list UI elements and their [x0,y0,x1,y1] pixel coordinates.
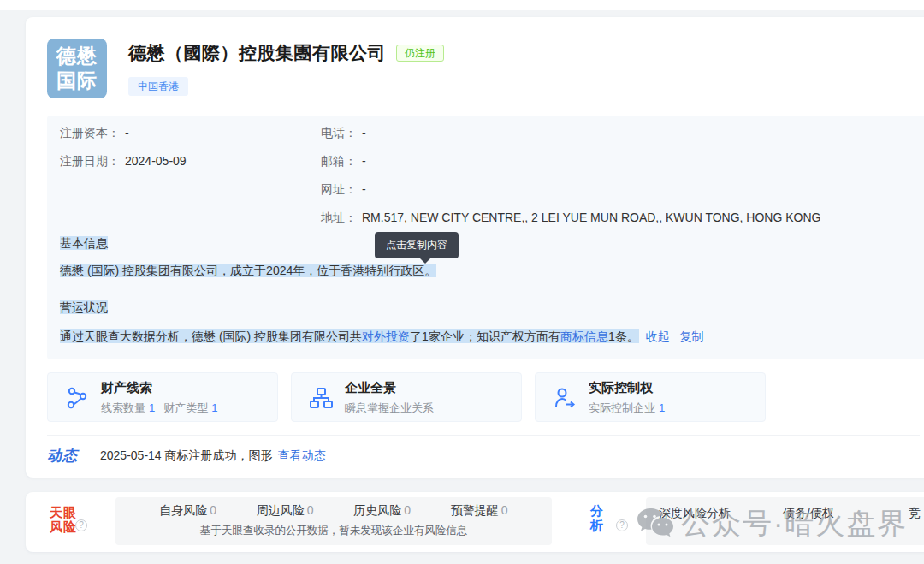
risk-item-label: 历史风险 [353,503,401,517]
field-address: 地址：RM.517, NEW CITY CENTRE,, 2 LEI YUE M… [321,211,821,226]
company-name: 德懋（國際）控股集團有限公司 [128,41,386,65]
analysis-brand-line2: 析 [590,518,603,532]
region-tag[interactable]: 中国香港 [128,77,188,96]
risk-item-label: 周边风险 [257,503,305,517]
risk-item-label: 预警提醒 [451,503,499,517]
tianyan-risk-brand-line1: 天眼 [50,505,77,519]
clue-count-value: 1 [149,401,155,414]
field-label: 网址： [321,182,357,196]
controller-person-icon [553,386,577,410]
risk-item-label: 自身风险 [159,503,207,517]
basic-info-text-selected: 德懋 (国际) 控股集团有限公司，成立于2024年，位于香港特别行政区。 [60,264,436,277]
field-phone: 电话：- [321,126,366,141]
risk-note: 基于天眼查收录的公开数据，暂未发现该企业有风险信息 [116,524,552,538]
clue-icon [65,386,89,410]
title-row: 德懋（國際）控股集團有限公司 仍注册 [128,41,444,65]
company-info-panel: 注册资本：- 注册日期：2024-05-09 电话：- 邮箱：- 网址：- 地址… [47,116,924,359]
company-profile-card: 德懋 国际 德懋（國際）控股集團有限公司 仍注册 中国香港 注册资本：- 注册日… [26,17,924,478]
field-value: - [362,126,366,140]
tianyan-risk-brand-line2: 风险 [50,519,77,534]
risk-item-count: 0 [210,503,216,517]
dynamics-text: 2025-05-14 商标注册成功，图形 [100,448,273,464]
field-label: 邮箱： [321,154,357,168]
operation-title-text: 营运状况 [60,300,108,314]
analysis-help-icon[interactable]: ? [616,519,628,531]
feature-card-title: 财产线索 [101,380,226,396]
field-label: 地址： [321,211,357,224]
field-registered-capital: 注册资本：- [60,126,129,141]
risk-help-icon[interactable]: ? [75,519,87,531]
feature-card-desc: 瞬息掌握企业关系 [345,401,434,416]
field-registered-date: 注册日期：2024-05-09 [60,154,187,169]
feature-card-body: 实际控制权 实际控制企业1 [589,380,673,416]
feature-card-desc: 线索数量1财产类型1 [101,401,226,416]
risk-item-self[interactable]: 自身风险0 [159,503,216,519]
clue-count-label: 线索数量 [101,401,145,414]
field-website: 网址：- [321,182,366,198]
collapse-link[interactable]: 收起 [646,329,670,343]
feature-card-company-panorama[interactable]: 企业全景 瞬息掌握企业关系 [291,372,522,422]
analysis-brand-line1: 分 [590,503,603,518]
company-logo-line1: 德懋 [56,44,98,68]
company-logo: 德懋 国际 [47,39,107,98]
analysis-brand: 分 析 [590,503,603,532]
feature-card-body: 企业全景 瞬息掌握企业关系 [345,380,434,416]
operation-part2: 了1家企业；知识产权方面有 [410,329,560,343]
outbound-investment-link[interactable]: 对外投资 [362,329,410,343]
field-value: - [125,126,129,140]
risk-item-count: 0 [501,503,508,517]
field-label: 注册日期： [60,154,120,168]
risk-counts-panel: 自身风险0 周边风险0 历史风险0 预警提醒0 基于天眼查收录的公开数据，暂未发… [116,497,552,545]
view-dynamics-link[interactable]: 查看动态 [278,448,326,464]
field-label: 电话： [321,126,357,140]
risk-item-warning[interactable]: 预警提醒0 [451,503,508,519]
operation-title: 营运状况 [60,300,108,316]
risk-item-history[interactable]: 历史风险0 [353,503,411,519]
feature-card-desc: 实际控制企业1 [589,401,673,416]
property-type-label: 财产类型 [163,401,208,414]
feature-card-title: 实际控制权 [589,380,673,396]
risk-summary-card: 天眼 风险 ? 自身风险0 周边风险0 历史风险0 预警提醒0 基于天眼查收录的… [26,492,924,552]
basic-info-title: 基本信息 [60,236,108,252]
operation-text: 通过天眼查大数据分析，德懋 (国际) 控股集团有限公司共对外投资了1家企业；知识… [60,329,703,345]
risk-items-row: 自身风险0 周边风险0 历史风险0 预警提醒0 [116,503,552,519]
basic-info-title-text: 基本信息 [60,236,108,250]
analysis-panel: 深度风险分析 债务/债权 竞 [646,497,924,545]
field-email: 邮箱：- [321,154,366,169]
analysis-item-deep-risk[interactable]: 深度风险分析 [659,506,731,521]
status-badge: 仍注册 [396,45,444,62]
analysis-item-debt[interactable]: 债务/债权 [783,506,834,521]
property-type-value: 1 [211,401,217,414]
field-value: - [362,182,366,196]
basic-info-text: 德懋 (国际) 控股集团有限公司，成立于2024年，位于香港特别行政区。 [60,264,436,279]
feature-card-title: 企业全景 [345,380,434,396]
controlled-company-label: 实际控制企业 [589,401,655,414]
divider [47,435,920,436]
risk-item-count: 0 [404,503,411,517]
operation-text-selected: 通过天眼查大数据分析，德懋 (国际) 控股集团有限公司共对外投资了1家企业；知识… [60,329,639,343]
operation-part3: 1条。 [608,329,639,343]
trademark-info-link[interactable]: 商标信息 [560,329,608,343]
risk-item-surrounding[interactable]: 周边风险0 [257,503,314,519]
risk-item-count: 0 [307,503,314,517]
dynamics-label: 动态 [47,446,78,466]
field-value: - [362,154,366,168]
controlled-company-value: 1 [659,401,665,414]
feature-card-actual-control[interactable]: 实际控制权 实际控制企业1 [535,372,766,422]
feature-card-property-clues[interactable]: 财产线索 线索数量1财产类型1 [47,372,278,422]
org-chart-icon [309,386,333,410]
field-value: 2024-05-09 [125,154,187,168]
company-logo-line2: 国际 [56,68,98,93]
copy-tooltip: 点击复制内容 [375,232,459,258]
field-value[interactable]: RM.517, NEW CITY CENTRE,, 2 LEI YUE MUN … [362,211,821,224]
copy-link[interactable]: 复制 [679,329,703,343]
page-top-strip [0,0,924,10]
dynamics-row: 动态 2025-05-14 商标注册成功，图形 查看动态 [47,446,326,466]
tianyan-risk-brand: 天眼 风险 [50,505,77,534]
operation-part1: 通过天眼查大数据分析，德懋 (国际) 控股集团有限公司共 [60,329,362,343]
feature-card-body: 财产线索 线索数量1财产类型1 [101,380,226,416]
field-label: 注册资本： [60,126,120,140]
analysis-item-competition[interactable]: 竞 [909,506,921,521]
